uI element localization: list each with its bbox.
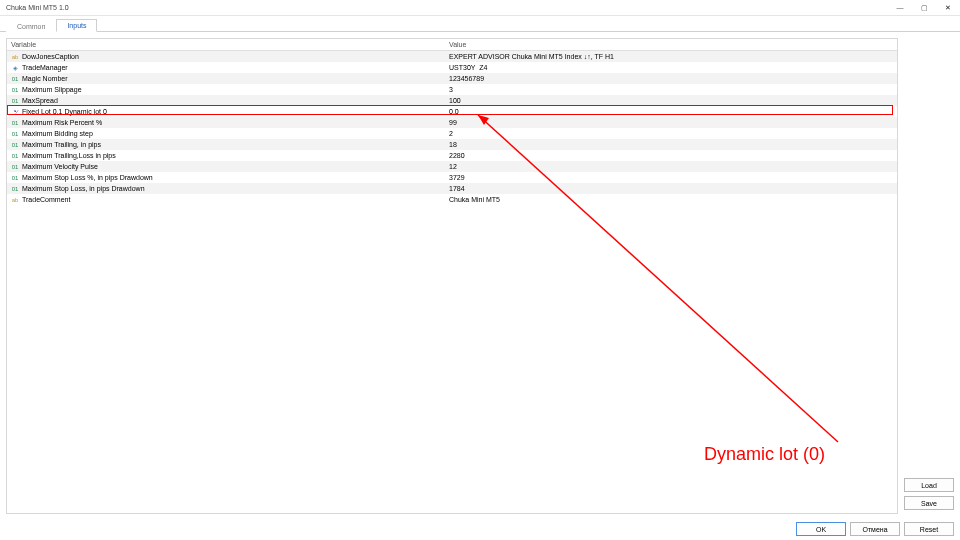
table-row[interactable]: 01Maximum Risk Percent %99 [7, 117, 897, 128]
table-row[interactable]: 01Maximum Velocity Pulse12 [7, 161, 897, 172]
table-row[interactable]: abTradeCommentChuka Mini MT5 [7, 194, 897, 205]
type-int-icon: 01 [11, 86, 19, 94]
variable-name: Magic Nomber [22, 75, 68, 82]
value-cell[interactable]: 99 [445, 119, 897, 126]
type-str-icon: ab [11, 53, 19, 61]
value-cell[interactable]: UST30Y_Z4 [445, 64, 897, 71]
type-int-icon: 01 [11, 119, 19, 127]
close-icon: ✕ [945, 4, 951, 12]
minimize-icon: — [897, 4, 904, 11]
bottom-buttons: OK Отмена Reset [796, 522, 954, 536]
type-int-icon: 01 [11, 163, 19, 171]
header-value[interactable]: Value [445, 39, 897, 50]
inputs-panel: Variable Value abDowJonesCaptionEXPERT A… [6, 38, 898, 514]
type-int-icon: 01 [11, 185, 19, 193]
variable-name: Maximum Slippage [22, 86, 82, 93]
variable-name: Maximum Stop Loss, in pips Drawdown [22, 185, 145, 192]
parameter-grid: Variable Value abDowJonesCaptionEXPERT A… [7, 39, 897, 205]
header-variable[interactable]: Variable [7, 39, 445, 50]
variable-name: MaxSpread [22, 97, 58, 104]
variable-cell: 01Maximum Velocity Pulse [7, 163, 445, 171]
table-row[interactable]: 01Maximum Stop Loss %, in pips Drawdown3… [7, 172, 897, 183]
table-row[interactable]: ⅟Fixed Lot 0.1 Dynamic lot 00.0 [7, 106, 897, 117]
variable-cell: 01Maximum Trailing, in pips [7, 141, 445, 149]
variable-cell: 01Maximum Risk Percent % [7, 119, 445, 127]
table-row[interactable]: 01Maximum Trailing,Loss in pips2280 [7, 150, 897, 161]
tab-strip: Common Inputs [0, 16, 960, 32]
title-bar: Chuka Mini MT5 1.0 — ▢ ✕ [0, 0, 960, 16]
value-cell[interactable]: EXPERT ADVISOR Chuka Mini MT5 Index ↓↑, … [445, 53, 897, 60]
table-row[interactable]: 01Maximum Slippage3 [7, 84, 897, 95]
type-int-icon: 01 [11, 152, 19, 160]
variable-cell: 01Maximum Stop Loss %, in pips Drawdown [7, 174, 445, 182]
table-row[interactable]: 01Maximum Bidding step2 [7, 128, 897, 139]
type-ptr-icon: ◈ [11, 64, 19, 72]
table-row[interactable]: 01Magic Nomber123456789 [7, 73, 897, 84]
value-cell[interactable]: 3729 [445, 174, 897, 181]
value-cell[interactable]: 18 [445, 141, 897, 148]
table-row[interactable]: ◈TradeManagerUST30Y_Z4 [7, 62, 897, 73]
value-cell[interactable]: 3 [445, 86, 897, 93]
table-row[interactable]: 01Maximum Trailing, in pips18 [7, 139, 897, 150]
variable-cell: 01Maximum Bidding step [7, 130, 445, 138]
minimize-button[interactable]: — [888, 0, 912, 15]
variable-name: Maximum Bidding step [22, 130, 93, 137]
variable-cell: ⅟Fixed Lot 0.1 Dynamic lot 0 [7, 108, 445, 116]
close-button[interactable]: ✕ [936, 0, 960, 15]
variable-cell: abTradeComment [7, 196, 445, 204]
maximize-button[interactable]: ▢ [912, 0, 936, 15]
variable-name: Maximum Trailing, in pips [22, 141, 101, 148]
variable-cell: 01Maximum Stop Loss, in pips Drawdown [7, 185, 445, 193]
side-buttons: Load Save [904, 478, 954, 510]
variable-cell: 01MaxSpread [7, 97, 445, 105]
type-str-icon: ab [11, 196, 19, 204]
table-row[interactable]: 01Maximum Stop Loss, in pips Drawdown178… [7, 183, 897, 194]
type-int-icon: 01 [11, 97, 19, 105]
save-button[interactable]: Save [904, 496, 954, 510]
load-button[interactable]: Load [904, 478, 954, 492]
variable-name: Maximum Trailing,Loss in pips [22, 152, 116, 159]
value-cell[interactable]: 0.0 [445, 108, 897, 115]
type-int-icon: 01 [11, 141, 19, 149]
grid-body: abDowJonesCaptionEXPERT ADVISOR Chuka Mi… [7, 51, 897, 205]
variable-name: DowJonesCaption [22, 53, 79, 60]
value-cell[interactable]: 12 [445, 163, 897, 170]
table-row[interactable]: abDowJonesCaptionEXPERT ADVISOR Chuka Mi… [7, 51, 897, 62]
tab-inputs[interactable]: Inputs [56, 19, 97, 32]
type-int-icon: 01 [11, 130, 19, 138]
grid-header: Variable Value [7, 39, 897, 51]
window-title: Chuka Mini MT5 1.0 [6, 4, 888, 11]
value-cell[interactable]: Chuka Mini MT5 [445, 196, 897, 203]
reset-button[interactable]: Reset [904, 522, 954, 536]
variable-cell: ◈TradeManager [7, 64, 445, 72]
table-row[interactable]: 01MaxSpread100 [7, 95, 897, 106]
window-controls: — ▢ ✕ [888, 0, 960, 15]
variable-name: Maximum Stop Loss %, in pips Drawdown [22, 174, 153, 181]
cancel-button[interactable]: Отмена [850, 522, 900, 536]
variable-cell: abDowJonesCaption [7, 53, 445, 61]
variable-name: Maximum Risk Percent % [22, 119, 102, 126]
variable-name: TradeManager [22, 64, 68, 71]
value-cell[interactable]: 2280 [445, 152, 897, 159]
tab-common[interactable]: Common [6, 20, 56, 32]
variable-name: Maximum Velocity Pulse [22, 163, 98, 170]
variable-cell: 01Maximum Trailing,Loss in pips [7, 152, 445, 160]
value-cell[interactable]: 123456789 [445, 75, 897, 82]
variable-cell: 01Maximum Slippage [7, 86, 445, 94]
ok-button[interactable]: OK [796, 522, 846, 536]
type-dbl-icon: ⅟ [11, 108, 19, 116]
value-cell[interactable]: 100 [445, 97, 897, 104]
value-cell[interactable]: 1784 [445, 185, 897, 192]
annotation-label: Dynamic lot (0) [704, 444, 825, 465]
type-int-icon: 01 [11, 174, 19, 182]
value-cell[interactable]: 2 [445, 130, 897, 137]
variable-name: Fixed Lot 0.1 Dynamic lot 0 [22, 108, 107, 115]
type-int-icon: 01 [11, 75, 19, 83]
variable-name: TradeComment [22, 196, 70, 203]
maximize-icon: ▢ [921, 4, 928, 12]
variable-cell: 01Magic Nomber [7, 75, 445, 83]
